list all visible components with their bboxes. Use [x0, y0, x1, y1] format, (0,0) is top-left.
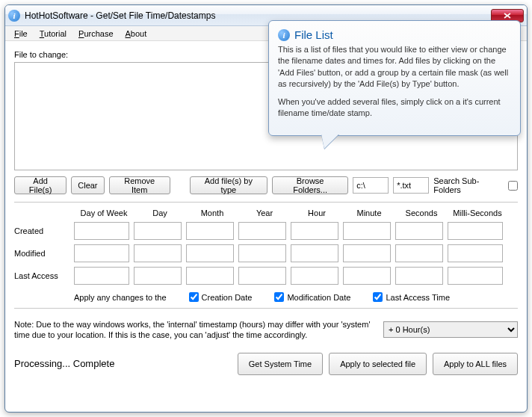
menu-file[interactable]: File	[8, 28, 34, 40]
lastaccess-seconds[interactable]	[395, 267, 443, 285]
search-subfolders-label: Search Sub-Folders	[433, 176, 505, 194]
window-title: HotHotSoftware - Get/Set File Time/Dates…	[25, 10, 491, 21]
apply-lastaccess-checkbox[interactable]	[373, 292, 383, 302]
separator-2	[14, 308, 518, 309]
tooltip-p2: When you've added several files, simply …	[278, 96, 511, 120]
menu-purchase[interactable]: Purchase	[72, 28, 119, 40]
lastaccess-year[interactable]	[238, 267, 286, 285]
modified-seconds[interactable]	[395, 244, 443, 262]
modified-year[interactable]	[238, 244, 286, 262]
lastaccess-dow[interactable]	[74, 267, 129, 285]
row-last-access: Last Access	[14, 267, 518, 285]
tooltip-p1: This is a list of files that you would l…	[278, 44, 511, 90]
col-year: Year	[238, 208, 291, 217]
lastaccess-ms[interactable]	[448, 267, 503, 285]
lastaccess-minute[interactable]	[343, 267, 391, 285]
row-created: Created	[14, 222, 518, 240]
modified-hour[interactable]	[291, 244, 338, 262]
col-minute: Minute	[343, 208, 395, 217]
tooltip-title: File List	[294, 28, 333, 41]
apply-creation-label: Creation Date	[202, 293, 253, 302]
close-icon	[504, 13, 511, 19]
apply-lastaccess-label: Last Access Time	[386, 293, 450, 302]
app-window: i HotHotSoftware - Get/Set File Time/Dat…	[4, 4, 528, 413]
modified-dow[interactable]	[74, 244, 129, 262]
add-files-button[interactable]: Add File(s)	[14, 176, 66, 194]
help-tooltip: i File List This is a list of files that…	[268, 20, 521, 136]
apply-modification-checkbox[interactable]	[274, 292, 284, 302]
col-dow: Day of Week	[74, 208, 134, 217]
created-month[interactable]	[186, 222, 234, 240]
lastaccess-day[interactable]	[134, 267, 182, 285]
apply-creation-checkbox[interactable]	[189, 292, 199, 302]
col-ms: Milli-Seconds	[448, 208, 507, 217]
path-input[interactable]	[353, 177, 389, 194]
row-created-label: Created	[14, 226, 74, 235]
created-hour[interactable]	[291, 222, 338, 240]
search-subfolders-checkbox[interactable]	[508, 181, 518, 191]
created-seconds[interactable]	[395, 222, 443, 240]
menu-tutorial[interactable]: Tutorial	[34, 28, 72, 40]
apply-label: Apply any changes to the	[74, 293, 167, 302]
app-icon: i	[8, 10, 20, 22]
get-system-time-button[interactable]: Get System Time	[238, 353, 323, 375]
created-year[interactable]	[238, 222, 286, 240]
col-day: Day	[134, 208, 186, 217]
info-icon: i	[278, 29, 290, 41]
status-text: Processing... Complete	[14, 358, 232, 369]
grid-header: Day of Week Day Month Year Hour Minute S…	[74, 208, 518, 217]
mask-input[interactable]	[393, 177, 429, 194]
hour-offset-select[interactable]: + 0 Hour(s)	[383, 321, 518, 338]
created-minute[interactable]	[343, 222, 391, 240]
row-modified-label: Modified	[14, 249, 74, 258]
row-last-access-label: Last Access	[14, 271, 74, 280]
col-month: Month	[186, 208, 238, 217]
tooltip-tail	[321, 134, 339, 149]
note-text: Note: Due to the way windows works, the …	[14, 319, 377, 341]
apply-all-button[interactable]: Apply to ALL files	[433, 353, 518, 375]
created-ms[interactable]	[448, 222, 503, 240]
menu-about[interactable]: About	[120, 28, 153, 40]
modified-day[interactable]	[134, 244, 182, 262]
apply-selected-button[interactable]: Apply to selected file	[329, 353, 427, 375]
modified-month[interactable]	[186, 244, 234, 262]
separator	[14, 202, 518, 203]
add-files-by-type-button[interactable]: Add file(s) by type	[190, 176, 268, 194]
created-day[interactable]	[134, 222, 182, 240]
created-dow[interactable]	[74, 222, 129, 240]
apply-modification-label: Modification Date	[287, 293, 350, 302]
browse-folders-button[interactable]: Browse Folders...	[272, 176, 348, 194]
clear-button[interactable]: Clear	[71, 176, 104, 194]
lastaccess-hour[interactable]	[291, 267, 338, 285]
modified-ms[interactable]	[448, 244, 503, 262]
lastaccess-month[interactable]	[186, 267, 234, 285]
col-hour: Hour	[291, 208, 343, 217]
row-modified: Modified	[14, 244, 518, 262]
col-seconds: Seconds	[395, 208, 448, 217]
remove-item-button[interactable]: Remove Item	[109, 176, 170, 194]
modified-minute[interactable]	[343, 244, 391, 262]
